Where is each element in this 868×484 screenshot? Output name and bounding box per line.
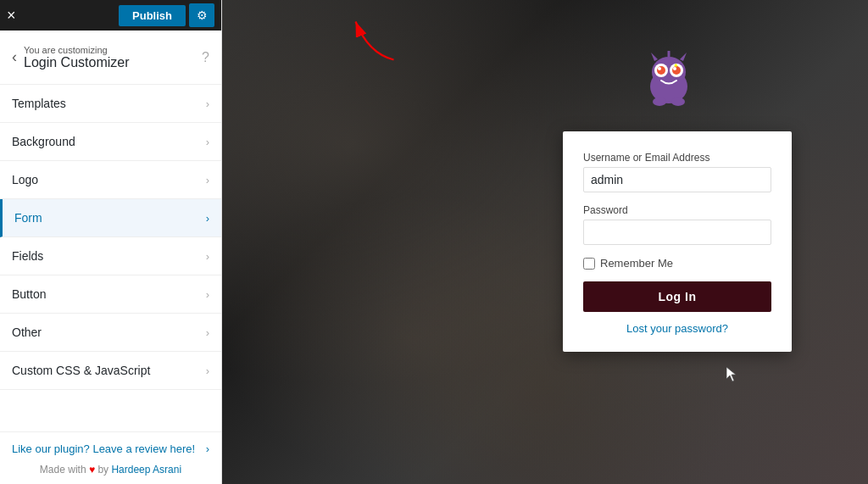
chevron-right-icon: › (206, 288, 209, 301)
login-card: Username or Email Address Password Remem… (563, 131, 792, 352)
fields-label: Fields (12, 249, 43, 263)
sidebar-item-form[interactable]: Form › (0, 199, 221, 237)
mascot-icon: ✦ (639, 51, 698, 110)
publish-button[interactable]: Publish (119, 5, 186, 26)
logo-label: Logo (12, 173, 38, 186)
button-label: Button (12, 287, 46, 301)
svg-point-6 (657, 66, 665, 75)
svg-point-12 (653, 97, 666, 106)
svg-text:✦: ✦ (673, 62, 679, 70)
chevron-right-icon: › (206, 442, 209, 455)
templates-label: Templates (12, 97, 66, 110)
gear-button[interactable]: ⚙ (189, 3, 214, 27)
remember-me-checkbox[interactable] (583, 258, 595, 270)
author-link[interactable]: Hardeep Asrani (111, 464, 181, 476)
sidebar-nav: Templates › Background › Logo › Form › F… (0, 85, 221, 431)
chevron-right-icon: › (206, 364, 209, 377)
svg-marker-3 (651, 53, 658, 61)
sidebar-footer: Like our plugin? Leave a review here! › … (0, 431, 221, 484)
chevron-right-icon: › (206, 97, 209, 110)
sidebar-item-button[interactable]: Button › (0, 275, 221, 314)
breadcrumb: ‹ You are customizing Login Customizer ? (0, 31, 221, 85)
help-icon[interactable]: ? (202, 50, 209, 65)
background-label: Background (12, 135, 75, 148)
username-label: Username or Email Address (583, 152, 771, 164)
heart-icon: ♥ (89, 464, 95, 476)
svg-point-7 (658, 67, 661, 70)
topbar: × Publish ⚙ (0, 0, 221, 31)
svg-point-13 (671, 97, 685, 106)
breadcrumb-text: You are customizing Login Customizer (17, 45, 202, 70)
password-input[interactable] (583, 220, 771, 245)
remember-me-label: Remember Me (600, 257, 673, 270)
topbar-actions: Publish ⚙ (119, 3, 214, 27)
plugin-link-label: Like our plugin? Leave a review here! (12, 442, 195, 455)
sidebar-item-templates[interactable]: Templates › (0, 85, 221, 123)
chevron-right-icon: › (206, 250, 209, 263)
preview-area: ✦ Username or Email Address Password Rem… (222, 0, 868, 484)
sidebar-item-logo[interactable]: Logo › (0, 161, 221, 199)
sidebar-item-fields[interactable]: Fields › (0, 237, 221, 275)
sidebar: × Publish ⚙ ‹ You are customizing Login … (0, 0, 222, 484)
other-label: Other (12, 325, 42, 339)
made-with-text: Made with ♥ by Hardeep Asrani (12, 464, 209, 476)
lost-password-link[interactable]: Lost your password? (583, 322, 771, 335)
page-title: Login Customizer (24, 55, 195, 70)
close-button[interactable]: × (7, 8, 16, 23)
username-input[interactable] (583, 167, 771, 192)
sidebar-item-other[interactable]: Other › (0, 314, 221, 352)
svg-marker-4 (680, 53, 687, 61)
plugin-review-link[interactable]: Like our plugin? Leave a review here! › (12, 442, 209, 455)
password-label: Password (583, 204, 771, 216)
remember-row: Remember Me (583, 257, 771, 270)
form-label: Form (14, 211, 42, 225)
sidebar-item-background[interactable]: Background › (0, 123, 221, 161)
chevron-right-icon: › (206, 212, 209, 225)
sidebar-item-custom-css[interactable]: Custom CSS & JavaScript › (0, 352, 221, 390)
custom-css-label: Custom CSS & JavaScript (12, 364, 150, 377)
customizing-label: You are customizing (24, 45, 195, 55)
chevron-right-icon: › (206, 174, 209, 186)
login-button[interactable]: Log In (583, 281, 771, 312)
chevron-right-icon: › (206, 136, 209, 148)
chevron-right-icon: › (206, 326, 209, 339)
